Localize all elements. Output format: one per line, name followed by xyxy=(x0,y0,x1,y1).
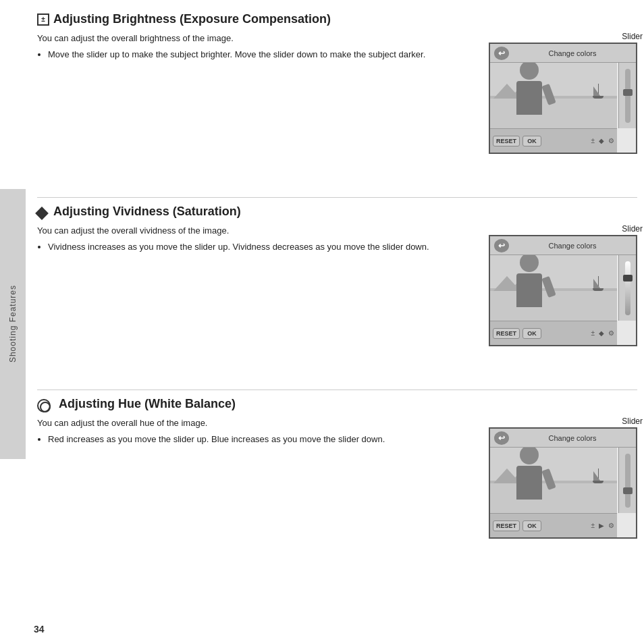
section-hue-title: Adjusting Hue (White Balance) xyxy=(37,397,637,411)
hue-exposure-icon: ± xyxy=(591,522,595,529)
hue-nav-icon: ▶ xyxy=(599,522,604,529)
section-vividness-title: Adjusting Vividness (Saturation) xyxy=(37,205,637,219)
brightness-sailboat-hull xyxy=(593,96,603,99)
vividness-person-head xyxy=(520,255,539,272)
hue-person-body xyxy=(516,466,542,500)
vividness-cam-title: Change colors xyxy=(513,242,632,250)
vividness-person-body xyxy=(516,273,542,307)
hue-text: You can adjust the overall hue of the im… xyxy=(37,417,475,539)
vividness-slider-label: Slider xyxy=(622,224,643,234)
vividness-slider-track xyxy=(625,261,630,315)
brightness-text: You can adjust the overall brightness of… xyxy=(37,32,475,154)
brightness-slider-thumb xyxy=(623,89,633,96)
vividness-cam-buttons: RESET OK ± ◆ ⚙ xyxy=(490,321,617,345)
brightness-sailboat xyxy=(593,84,603,99)
brightness-camera-screen: ↩ Change colors xyxy=(489,43,637,154)
brightness-bullets: Move the slider up to make the subject b… xyxy=(48,48,475,61)
brightness-body: You can adjust the overall brightness of… xyxy=(37,32,637,154)
vividness-icons-row: ± ◆ ⚙ xyxy=(591,329,615,337)
divider-1 xyxy=(37,197,637,198)
brightness-bullet-1: Move the slider up to make the subject b… xyxy=(48,48,475,61)
hue-bullets: Red increases as you move the slider up.… xyxy=(48,433,475,446)
hue-icons-row: ± ▶ ⚙ xyxy=(591,522,615,529)
vividness-nav-icon: ◆ xyxy=(599,329,604,337)
brightness-ok-btn[interactable]: OK xyxy=(522,136,541,146)
hue-intro: You can adjust the overall hue of the im… xyxy=(37,417,475,430)
hue-cam-image xyxy=(490,448,617,513)
hue-settings-icon: ⚙ xyxy=(608,522,614,529)
hue-sailboat xyxy=(593,468,603,483)
brightness-slider-track xyxy=(625,69,630,123)
brightness-back-btn[interactable]: ↩ xyxy=(494,47,509,60)
vividness-sailboat-hull xyxy=(593,288,603,291)
vividness-reset-btn[interactable]: RESET xyxy=(493,328,520,339)
hue-cam-topbar: ↩ Change colors xyxy=(490,429,636,448)
sidebar: Shooting Features xyxy=(0,189,26,459)
brightness-cam-slider[interactable] xyxy=(618,63,636,128)
brightness-person xyxy=(510,63,547,128)
main-content: ± Adjusting Brightness (Exposure Compens… xyxy=(37,12,637,555)
vividness-cam-slider[interactable] xyxy=(618,255,636,321)
hue-ok-btn[interactable]: OK xyxy=(522,520,541,531)
brightness-camera-area: Slider ↩ Change colors xyxy=(489,32,637,154)
vividness-bullet-1: Vividness increases as you move the slid… xyxy=(48,240,475,254)
hue-cam-title: Change colors xyxy=(513,434,632,442)
vividness-title-text: Adjusting Vividness (Saturation) xyxy=(53,205,241,219)
vividness-camera-screen: ↩ Change colors xyxy=(489,235,637,346)
hue-title-text: Adjusting Hue (White Balance) xyxy=(59,397,236,411)
hue-bullet-1: Red increases as you move the slider up.… xyxy=(48,433,475,446)
brightness-person-head xyxy=(520,63,539,80)
brightness-person-body xyxy=(516,81,542,115)
hue-slider-label: Slider xyxy=(622,417,643,426)
vividness-body: You can adjust the overall vividness of … xyxy=(37,224,637,346)
brightness-settings-icon: ⚙ xyxy=(608,137,614,144)
vividness-camera-area: Slider ↩ Change colors xyxy=(489,224,637,346)
vividness-bullets: Vividness increases as you move the slid… xyxy=(48,240,475,254)
brightness-cam-topbar: ↩ Change colors xyxy=(490,44,636,63)
brightness-reset-btn[interactable]: RESET xyxy=(493,136,520,146)
section-vividness: Adjusting Vividness (Saturation) You can… xyxy=(37,205,637,346)
vividness-exposure-icon: ± xyxy=(591,329,595,337)
brightness-cam-buttons: RESET OK ± ◆ ⚙ xyxy=(490,128,617,153)
hue-person-head xyxy=(520,448,539,464)
hue-sailboat-sail xyxy=(593,471,600,481)
brightness-cam-title: Change colors xyxy=(513,49,632,57)
sidebar-label: Shooting Features xyxy=(8,285,18,363)
section-brightness-title: ± Adjusting Brightness (Exposure Compens… xyxy=(37,12,637,26)
vividness-back-btn[interactable]: ↩ xyxy=(494,239,509,252)
section-hue: Adjusting Hue (White Balance) You can ad… xyxy=(37,397,637,539)
vividness-cam-topbar: ↩ Change colors xyxy=(490,236,636,255)
vividness-sailboat xyxy=(593,276,603,291)
vividness-icon xyxy=(35,207,49,220)
hue-cam-buttons: RESET OK ± ▶ ⚙ xyxy=(490,513,617,537)
brightness-exposure-icon: ± xyxy=(591,137,595,144)
brightness-slider-label: Slider xyxy=(622,32,643,41)
page-number: 34 xyxy=(34,624,45,635)
hue-reset-btn[interactable]: RESET xyxy=(493,520,520,531)
divider-2 xyxy=(37,390,637,390)
brightness-sailboat-sail xyxy=(593,86,600,96)
section-brightness: ± Adjusting Brightness (Exposure Compens… xyxy=(37,12,637,154)
hue-camera-area: Slider ↩ Change colors xyxy=(489,417,637,539)
hue-body: You can adjust the overall hue of the im… xyxy=(37,417,637,539)
vividness-person xyxy=(510,255,547,321)
wb-icon xyxy=(37,399,51,412)
vividness-text: You can adjust the overall vividness of … xyxy=(37,224,475,346)
exposure-icon: ± xyxy=(37,14,49,26)
hue-sailboat-hull xyxy=(593,481,603,483)
hue-camera-screen: ↩ Change colors xyxy=(489,427,637,539)
vividness-ok-btn[interactable]: OK xyxy=(522,328,541,339)
vividness-settings-icon: ⚙ xyxy=(608,329,614,337)
vividness-sailboat-sail xyxy=(593,279,600,288)
brightness-cam-image xyxy=(490,63,617,128)
brightness-intro: You can adjust the overall brightness of… xyxy=(37,32,475,45)
hue-cam-slider[interactable] xyxy=(618,448,636,513)
hue-slider-track xyxy=(625,454,630,508)
hue-person xyxy=(510,448,547,513)
brightness-nav-icon: ◆ xyxy=(599,137,604,144)
hue-slider-thumb xyxy=(623,487,633,494)
vividness-intro: You can adjust the overall vividness of … xyxy=(37,224,475,238)
brightness-icons-row: ± ◆ ⚙ xyxy=(591,137,615,144)
hue-back-btn[interactable]: ↩ xyxy=(494,431,509,445)
vividness-slider-thumb xyxy=(623,275,633,281)
